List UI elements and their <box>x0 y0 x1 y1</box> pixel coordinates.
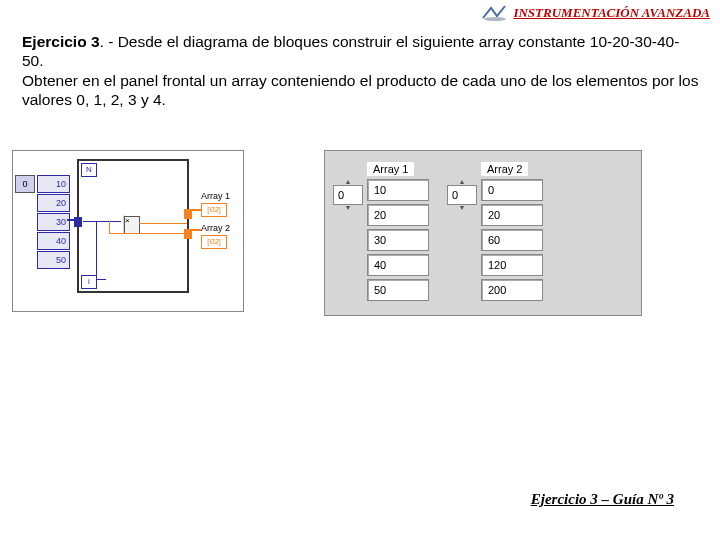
array2-index[interactable]: 0 <box>447 185 477 205</box>
array2-cell[interactable]: 60 <box>481 229 543 251</box>
array1-label: Array 1 <box>367 162 414 176</box>
input-tunnel-icon <box>74 217 82 227</box>
indicator-1-label: Array 1 <box>201 191 230 201</box>
bd-const-4: 50 <box>37 251 70 269</box>
exercise-text: Ejercicio 3. - Desde el diagrama de bloq… <box>0 26 720 110</box>
header-title: INSTRUMENTACIÓN AVANZADA <box>513 5 710 21</box>
wire <box>187 209 201 211</box>
wire <box>109 221 110 233</box>
array2-cell[interactable]: 200 <box>481 279 543 301</box>
wire <box>83 221 121 222</box>
fp-array2-column: ▲ 0 ▼ Array 2 0 20 60 120 200 <box>447 159 543 301</box>
spin-down-icon[interactable]: ▼ <box>459 205 466 211</box>
wire <box>187 229 201 231</box>
footer-text: Ejercicio 3 – Guía Nº 3 <box>531 491 674 507</box>
front-panel: ▲ 0 ▼ Array 1 10 20 30 40 50 ▲ 0 ▼ <box>324 150 642 316</box>
array2-cell[interactable]: 20 <box>481 204 543 226</box>
array2-cell[interactable]: 0 <box>481 179 543 201</box>
page-header: INSTRUMENTACIÓN AVANZADA <box>0 0 720 26</box>
block-diagram: 0 10 20 30 40 50 N i × Array 1 [I3 <box>12 150 244 312</box>
array1-index[interactable]: 0 <box>333 185 363 205</box>
loop-n-terminal: N <box>81 163 97 177</box>
multiply-label: × <box>125 216 130 225</box>
svg-point-0 <box>484 17 506 21</box>
exercise-line1: . - Desde el diagrama de bloques constru… <box>22 33 679 69</box>
exercise-line2: Obtener en el panel frontal un array con… <box>22 72 698 108</box>
array1-cell[interactable]: 50 <box>367 279 429 301</box>
indicator-2-icon: [I32] <box>201 235 227 249</box>
array1-cell[interactable]: 30 <box>367 229 429 251</box>
wire <box>96 279 106 280</box>
wire <box>96 221 97 279</box>
bd-const-2: 30 <box>37 213 70 231</box>
array1-cell[interactable]: 40 <box>367 254 429 276</box>
wire <box>109 233 187 234</box>
array2-cell[interactable]: 120 <box>481 254 543 276</box>
brand-logo-icon <box>481 4 509 22</box>
indicator-2-label: Array 2 <box>201 223 230 233</box>
array1-cell[interactable]: 20 <box>367 204 429 226</box>
array1-cell[interactable]: 10 <box>367 179 429 201</box>
spin-down-icon[interactable]: ▼ <box>345 205 352 211</box>
bd-const-3: 40 <box>37 232 70 250</box>
fp-array1-column: ▲ 0 ▼ Array 1 10 20 30 40 50 <box>333 159 429 301</box>
footer-link[interactable]: Ejercicio 3 – Guía Nº 3 <box>531 491 674 508</box>
bd-array-index: 0 <box>15 175 35 193</box>
indicator-1-icon: [I32] <box>201 203 227 217</box>
exercise-label: Ejercicio 3 <box>22 33 100 50</box>
bd-const-0: 10 <box>37 175 70 193</box>
bd-const-1: 20 <box>37 194 70 212</box>
loop-i-terminal: i <box>81 275 97 289</box>
wire <box>139 223 187 224</box>
array2-label: Array 2 <box>481 162 528 176</box>
for-loop: N i × <box>77 159 189 293</box>
